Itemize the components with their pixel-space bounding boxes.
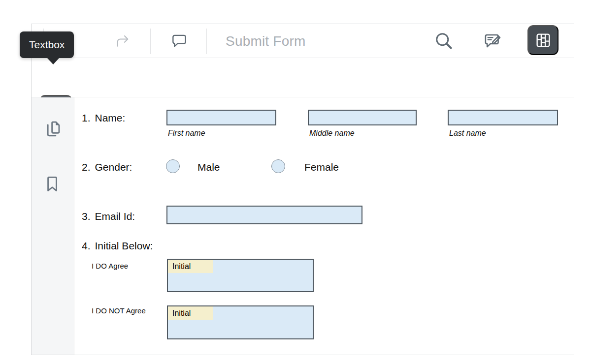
page-thumbnails-icon — [41, 118, 63, 140]
middle-name-field[interactable] — [308, 110, 417, 125]
bookmarks-icon — [41, 173, 63, 195]
comment-icon — [170, 31, 189, 50]
question-number: 2. — [82, 161, 91, 173]
first-name-field[interactable] — [166, 110, 276, 125]
toolbar-separator — [150, 29, 151, 54]
question-gender-label: 2. Gender: — [82, 161, 132, 173]
not-agree-initial-field[interactable]: Initial — [167, 305, 314, 339]
question-text: Initial Below: — [95, 240, 153, 252]
annotate-icon — [482, 30, 503, 52]
last-name-caption: Last name — [449, 129, 486, 138]
question-number: 4. — [82, 240, 91, 252]
question-text: Gender: — [95, 161, 132, 173]
question-name-label: 1. Name: — [82, 112, 125, 124]
first-name-caption: First name — [168, 129, 205, 138]
agree-label: I DO Agree — [92, 262, 128, 270]
not-agree-label: I DO NOT Agree — [92, 306, 146, 315]
gender-male-label: Male — [197, 161, 220, 173]
left-panel — [32, 97, 74, 355]
question-text: Email Id: — [95, 211, 135, 222]
comment-button[interactable] — [169, 31, 189, 51]
search-icon — [433, 30, 455, 52]
question-number: 1. — [82, 112, 91, 124]
initial-field-tag: Initial — [168, 260, 213, 273]
email-field[interactable] — [166, 206, 362, 224]
search-button[interactable] — [432, 30, 455, 52]
page-thumbnails-button[interactable] — [41, 118, 64, 140]
initial-field-tag: Initial — [168, 306, 213, 320]
question-initial-label: 4. Initial Below: — [82, 240, 153, 252]
last-name-field[interactable] — [448, 110, 558, 125]
pdf-page: 1. Name: First name Middle name Last nam… — [75, 97, 574, 355]
gender-female-label: Female — [304, 161, 339, 173]
top-toolbar: Submit Form — [32, 24, 574, 58]
bookmarks-button[interactable] — [41, 173, 64, 195]
question-email-label: 3. Email Id: — [82, 211, 135, 222]
tooltip: Textbox — [20, 31, 74, 58]
grid-view-button[interactable] — [527, 25, 558, 55]
app-window: Submit Form — [31, 24, 574, 355]
redo-button[interactable] — [113, 32, 131, 50]
form-tools-toolbar — [32, 58, 574, 97]
grid-view-icon — [534, 31, 553, 50]
agree-initial-field[interactable]: Initial — [167, 259, 314, 292]
middle-name-caption: Middle name — [309, 129, 355, 138]
question-number: 3. — [82, 211, 91, 222]
question-text: Name: — [95, 112, 126, 124]
annotate-button[interactable] — [481, 30, 504, 52]
tooltip-label: Textbox — [29, 39, 65, 50]
redo-icon — [114, 32, 131, 49]
gender-male-radio[interactable] — [166, 159, 180, 173]
toolbar-separator — [206, 29, 207, 54]
document-title: Submit Form — [226, 24, 305, 58]
gender-female-radio[interactable] — [271, 159, 285, 173]
